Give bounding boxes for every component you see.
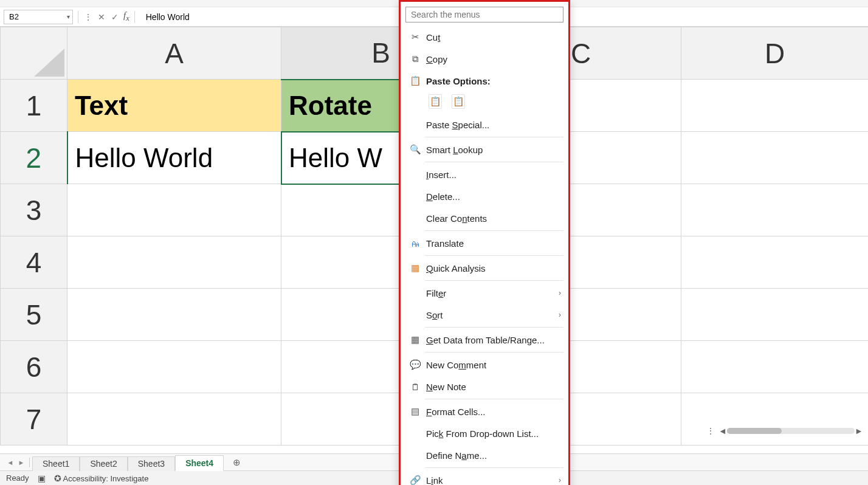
menu-label: Smart Lookup <box>426 145 483 155</box>
menu-delete[interactable]: Delete... <box>401 185 568 207</box>
menu-paste-options: 📋 Paste Options: <box>401 70 568 92</box>
menu-label: Sort <box>426 310 443 320</box>
cell-A1[interactable]: Text <box>67 80 281 132</box>
status-accessibility[interactable]: ✪ Accessibility: Investigate <box>54 473 149 483</box>
menu-format-cells[interactable]: ▤ Format Cells... <box>401 401 568 422</box>
row-header-1[interactable]: 1 <box>1 80 67 132</box>
accessibility-icon: ✪ <box>54 473 61 483</box>
separator <box>425 467 563 468</box>
tab-nav-next-icon[interactable]: ► <box>16 459 27 466</box>
menu-copy[interactable]: ⧉ Copy <box>401 48 568 70</box>
menu-label: Link <box>426 475 443 486</box>
scissors-icon: ✂ <box>408 32 422 43</box>
cell-D1[interactable] <box>681 80 869 132</box>
menu-label: New Note <box>426 382 466 392</box>
menu-search-input[interactable] <box>405 7 563 22</box>
cell-D7[interactable] <box>681 393 869 445</box>
row-header-5[interactable]: 5 <box>1 289 67 341</box>
menu-label: Paste Special... <box>426 120 489 130</box>
menu-label: Filter <box>426 288 446 298</box>
paste-options-row: 📋 📋 <box>401 92 568 114</box>
chevron-right-icon: › <box>559 476 561 484</box>
row-header-6[interactable]: 6 <box>1 341 67 393</box>
cell-D4[interactable] <box>681 236 869 289</box>
menu-filter[interactable]: Filter › <box>401 282 568 304</box>
scroll-thumb[interactable] <box>727 428 782 434</box>
menu-get-data[interactable]: ▦ Get Data from Table/Range... <box>401 329 568 351</box>
note-icon: 🗒 <box>408 382 422 392</box>
col-header-A[interactable]: A <box>67 27 281 80</box>
context-menu: ✂ Cut ⧉ Copy 📋 Paste Options: 📋 📋 Paste … <box>399 0 570 485</box>
chevron-down-icon[interactable]: ▾ <box>67 13 70 20</box>
cell-A4[interactable] <box>67 236 281 289</box>
menu-translate[interactable]: 🗛 Translate <box>401 232 568 254</box>
status-ready: Ready <box>6 473 29 483</box>
menu-search[interactable] <box>405 7 563 22</box>
paste-default-icon[interactable]: 📋 <box>429 94 442 109</box>
cell-D3[interactable] <box>681 184 869 236</box>
name-box[interactable]: B2 ▾ <box>4 10 73 24</box>
select-all-corner[interactable] <box>1 27 67 80</box>
scroll-options-icon[interactable]: ⋮ <box>705 426 716 436</box>
menu-label: Cut <box>426 32 440 43</box>
sheet-tab[interactable]: Sheet2 <box>80 456 127 471</box>
menu-new-comment[interactable]: 💬 New Comment <box>401 354 568 376</box>
cell-D2[interactable] <box>681 132 869 184</box>
menu-insert[interactable]: Insert... <box>401 163 568 185</box>
menu-cut[interactable]: ✂ Cut <box>401 26 568 48</box>
separator <box>425 230 563 231</box>
confirm-formula-icon[interactable]: ✓ <box>110 12 120 22</box>
sheet-tab[interactable]: Sheet1 <box>32 456 80 471</box>
paste-values-icon[interactable]: 📋 <box>452 94 465 109</box>
cancel-formula-icon[interactable]: ✕ <box>97 12 106 22</box>
table-icon: ▦ <box>408 334 422 345</box>
add-sheet-icon[interactable]: ⊕ <box>229 457 244 468</box>
row-header-3[interactable]: 3 <box>1 184 67 236</box>
name-box-value: B2 <box>9 12 19 21</box>
menu-smart-lookup[interactable]: 🔍 Smart Lookup <box>401 139 568 160</box>
horizontal-scrollbar[interactable]: ⋮ ◄ ► <box>705 425 863 436</box>
menu-pick-from-list[interactable]: Pick From Drop-down List... <box>401 422 568 444</box>
menu-label: Pick From Drop-down List... <box>426 428 539 439</box>
tab-nav-prev-icon[interactable]: ◄ <box>5 459 16 466</box>
menu-paste-special[interactable]: Paste Special... <box>401 114 568 136</box>
menu-sort[interactable]: Sort › <box>401 304 568 326</box>
separator <box>425 327 563 328</box>
menu-new-note[interactable]: 🗒 New Note <box>401 376 568 397</box>
menu-link[interactable]: 🔗 Link › <box>401 469 568 485</box>
col-header-D[interactable]: D <box>681 27 869 80</box>
row-header-7[interactable]: 7 <box>1 393 67 445</box>
macro-record-icon[interactable]: ▣ <box>38 473 46 483</box>
menu-label: Copy <box>426 54 447 64</box>
cell-A6[interactable] <box>67 341 281 393</box>
menu-label: Quick Analysis <box>426 263 486 273</box>
cell-A5[interactable] <box>67 289 281 341</box>
scroll-track[interactable] <box>727 428 855 434</box>
fx-icon[interactable]: fx <box>123 10 129 23</box>
chevron-right-icon: › <box>559 289 561 297</box>
copy-icon: ⧉ <box>408 53 422 64</box>
menu-label: Define Name... <box>426 450 487 461</box>
cell-A2[interactable]: Hello World <box>67 132 281 184</box>
cell-D6[interactable] <box>681 341 869 393</box>
cell-A3[interactable] <box>67 184 281 236</box>
cell-D5[interactable] <box>681 289 869 341</box>
link-icon: 🔗 <box>408 475 422 485</box>
menu-clear-contents[interactable]: Clear Contents <box>401 207 568 229</box>
sheet-tab-active[interactable]: Sheet4 <box>175 455 224 471</box>
comment-icon: 💬 <box>408 359 422 370</box>
row-header-4[interactable]: 4 <box>1 236 67 289</box>
menu-label: Clear Contents <box>426 213 487 224</box>
more-icon[interactable]: ⋮ <box>83 12 93 22</box>
chevron-right-icon: › <box>559 311 561 319</box>
menu-define-name[interactable]: Define Name... <box>401 444 568 466</box>
scroll-right-icon[interactable]: ► <box>855 426 863 436</box>
row-header-2[interactable]: 2 <box>1 132 67 184</box>
menu-label: New Comment <box>426 360 486 370</box>
menu-quick-analysis[interactable]: ▦ Quick Analysis <box>401 257 568 279</box>
separator <box>78 11 78 23</box>
separator <box>425 162 563 162</box>
scroll-left-icon[interactable]: ◄ <box>718 426 727 436</box>
sheet-tab[interactable]: Sheet3 <box>128 456 175 471</box>
cell-A7[interactable] <box>67 393 281 445</box>
